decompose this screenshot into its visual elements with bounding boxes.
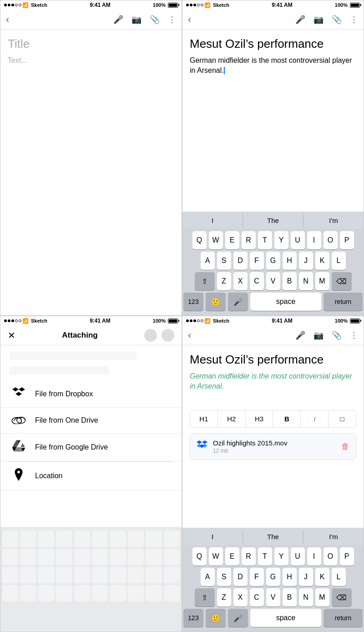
attach-icon-1[interactable]: 📎 — [150, 15, 160, 25]
back-button-4[interactable]: ‹ — [188, 329, 191, 341]
note-content-1[interactable]: Title Text... — [0, 30, 182, 73]
key-v-2[interactable]: V — [266, 272, 280, 290]
more-icon-2[interactable]: ⋮ — [350, 15, 358, 25]
delete-key-2[interactable]: ⌫ — [332, 272, 352, 290]
num-key-2[interactable]: 123 — [183, 293, 203, 311]
key-m-2[interactable]: M — [315, 272, 329, 290]
emoji-key-2[interactable]: 🙂 — [206, 293, 226, 311]
attach-item-location[interactable]: Location — [0, 462, 182, 490]
close-button[interactable]: ✕ — [8, 330, 15, 341]
key-f-2[interactable]: F — [250, 252, 264, 270]
key-z-2[interactable]: Z — [217, 272, 231, 290]
return-key-4[interactable]: return — [324, 609, 363, 627]
key-o-2[interactable]: O — [324, 231, 338, 249]
key-n-4[interactable]: N — [299, 588, 313, 607]
shift-key-2[interactable]: ⇧ — [195, 272, 215, 290]
note-title-1[interactable]: Title — [8, 37, 174, 51]
key-p-4[interactable]: P — [340, 547, 354, 566]
microphone-icon-1[interactable]: 🎤 — [113, 15, 123, 25]
space-key-2[interactable]: space — [250, 293, 321, 311]
image-icon-1[interactable]: 📷 — [131, 15, 142, 25]
microphone-icon-2[interactable]: 🎤 — [295, 15, 305, 25]
key-v-4[interactable]: V — [266, 588, 280, 607]
suggestion-im-2[interactable]: I'm — [303, 214, 364, 227]
key-u-2[interactable]: U — [291, 231, 305, 249]
image-icon-2[interactable]: 📷 — [313, 15, 324, 25]
key-a-2[interactable]: A — [201, 252, 215, 270]
key-a-4[interactable]: A — [201, 568, 215, 586]
key-i-2[interactable]: I — [307, 231, 321, 249]
key-x-2[interactable]: X — [233, 272, 248, 290]
suggestion-i-4[interactable]: I — [182, 530, 243, 543]
format-h1[interactable]: H1 — [190, 410, 218, 427]
key-e-4[interactable]: E — [225, 547, 239, 566]
key-k-4[interactable]: K — [315, 568, 329, 586]
key-g-2[interactable]: G — [266, 252, 280, 270]
note-title-2[interactable]: Mesut Ozil’s performance — [190, 37, 356, 51]
key-b-2[interactable]: B — [283, 272, 297, 290]
space-key-4[interactable]: space — [250, 609, 321, 627]
key-c-4[interactable]: C — [250, 588, 264, 607]
key-p-2[interactable]: P — [340, 231, 354, 249]
mic-key-4[interactable]: 🎤 — [228, 609, 248, 627]
key-j-2[interactable]: J — [299, 252, 313, 270]
note-title-4[interactable]: Mesut Ozil’s performance — [190, 353, 356, 367]
note-content-2[interactable]: Mesut Ozil’s performance German midfield… — [182, 30, 364, 83]
key-o-4[interactable]: O — [324, 547, 338, 566]
attachment-delete-button[interactable]: 🗑 — [341, 442, 349, 451]
key-w-4[interactable]: W — [209, 547, 223, 566]
key-q-2[interactable]: Q — [192, 231, 207, 249]
note-body-1[interactable]: Text... — [8, 56, 174, 66]
attach-icon-4[interactable]: 📎 — [332, 330, 342, 340]
suggestion-i-2[interactable]: I — [182, 214, 243, 227]
format-bold[interactable]: B — [273, 410, 301, 427]
mic-key-2[interactable]: 🎤 — [228, 293, 248, 311]
key-d-4[interactable]: D — [233, 568, 248, 586]
suggestion-im-4[interactable]: I'm — [303, 530, 364, 543]
format-box[interactable]: □ — [329, 410, 356, 427]
keyboard-2[interactable]: I The I'm Q W E R T Y U I O P A S D — [182, 212, 364, 315]
more-icon-1[interactable]: ⋮ — [168, 15, 176, 25]
suggestion-the-2[interactable]: The — [243, 214, 303, 227]
key-m-4[interactable]: M — [315, 588, 329, 607]
key-u-4[interactable]: U — [291, 547, 305, 566]
keyboard-4[interactable]: I The I'm Q W E R T Y U I O P A S D F — [182, 528, 364, 632]
note-body-2[interactable]: German midfielder is the most controvers… — [190, 56, 356, 76]
attach-item-onedrive[interactable]: File from One Drive — [0, 408, 182, 434]
key-w-2[interactable]: W — [209, 231, 223, 249]
key-k-2[interactable]: K — [315, 252, 329, 270]
key-e-2[interactable]: E — [225, 231, 239, 249]
back-button-2[interactable]: ‹ — [188, 14, 191, 25]
key-y-2[interactable]: Y — [274, 231, 288, 249]
key-i-4[interactable]: I — [307, 547, 321, 566]
key-h-2[interactable]: H — [283, 252, 297, 270]
key-y-4[interactable]: Y — [274, 547, 288, 566]
key-l-2[interactable]: L — [332, 252, 346, 270]
key-f-4[interactable]: F — [250, 568, 264, 586]
more-icon-4[interactable]: ⋮ — [350, 330, 358, 340]
key-d-2[interactable]: D — [233, 252, 248, 270]
key-r-4[interactable]: R — [242, 547, 256, 566]
format-h3[interactable]: H3 — [246, 410, 273, 427]
key-z-4[interactable]: Z — [217, 588, 231, 607]
attach-icon-2[interactable]: 📎 — [332, 15, 342, 25]
suggestion-the-4[interactable]: The — [243, 530, 303, 543]
emoji-key-4[interactable]: 🙂 — [206, 609, 226, 627]
format-h2[interactable]: H2 — [218, 410, 246, 427]
key-q-4[interactable]: Q — [192, 547, 207, 566]
attach-item-dropbox[interactable]: File from Dropbox — [0, 381, 182, 408]
note-content-4[interactable]: Mesut Ozil’s performance German midfield… — [182, 345, 364, 404]
key-j-4[interactable]: J — [299, 568, 313, 586]
key-h-4[interactable]: H — [283, 568, 297, 586]
shift-key-4[interactable]: ⇧ — [195, 588, 215, 607]
back-button-1[interactable]: ‹ — [6, 14, 9, 25]
key-c-2[interactable]: C — [250, 272, 264, 290]
note-body-italic-4[interactable]: German midfielder is the most controvers… — [190, 371, 356, 392]
image-icon-4[interactable]: 📷 — [313, 330, 324, 340]
key-x-4[interactable]: X — [233, 588, 248, 607]
key-t-2[interactable]: T — [258, 231, 272, 249]
delete-key-4[interactable]: ⌫ — [332, 588, 352, 607]
key-g-4[interactable]: G — [266, 568, 280, 586]
return-key-2[interactable]: return — [324, 293, 363, 311]
key-b-4[interactable]: B — [283, 588, 297, 607]
